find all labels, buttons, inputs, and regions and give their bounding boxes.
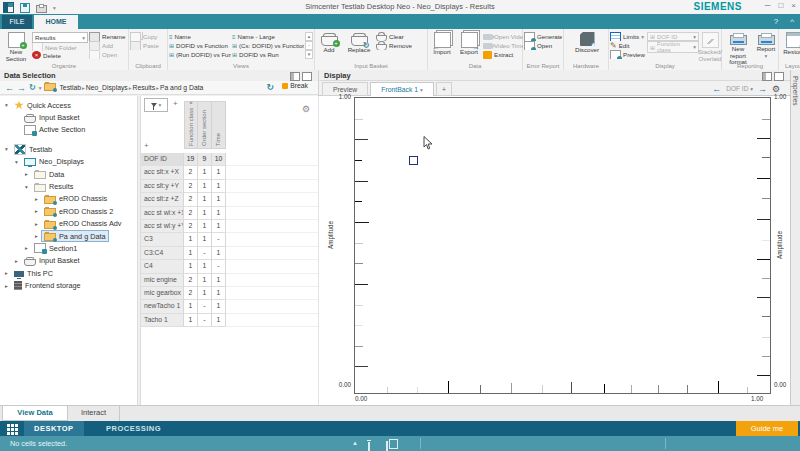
tree-item-erod-chassis-adv[interactable]: ▸eROD Chassis Adv bbox=[0, 218, 137, 230]
export-button[interactable]: Export bbox=[456, 30, 482, 61]
qat-dropdown-icon[interactable]: ▾ bbox=[53, 5, 56, 11]
open-video-button[interactable]: Open Video bbox=[483, 32, 523, 41]
value-cell-0[interactable]: 1 bbox=[184, 233, 198, 246]
maximize-button[interactable]: □ bbox=[778, 1, 783, 10]
tab-home[interactable]: HOME bbox=[34, 15, 78, 29]
input-basket-replace-button[interactable]: Replace bbox=[343, 30, 375, 61]
restore-button[interactable]: Restore bbox=[780, 30, 800, 61]
chevron-right-icon[interactable]: ▸ bbox=[2, 270, 11, 276]
value-cell-0[interactable]: 1 bbox=[184, 314, 198, 327]
tab-view-data[interactable]: View Data bbox=[2, 406, 68, 421]
value-cell-1[interactable]: 1 bbox=[198, 233, 212, 246]
input-basket-add-button[interactable]: Add bbox=[316, 30, 342, 61]
value-cell-0[interactable]: 2 bbox=[184, 180, 198, 193]
add-display-tab-button[interactable]: + bbox=[436, 82, 452, 96]
collapse-ribbon-icon[interactable]: ^ bbox=[790, 17, 794, 26]
column-header-function-class[interactable]: Function class × bbox=[184, 101, 198, 149]
column-header-order-section[interactable]: Order section bbox=[198, 101, 212, 149]
value-cell-2[interactable]: 1 bbox=[212, 300, 226, 313]
view-item-name-large[interactable]: ≡Name - Large bbox=[232, 32, 304, 41]
close-button[interactable]: × bbox=[791, 1, 796, 10]
breadcrumb-item-neo-displays[interactable]: Neo_Displays bbox=[86, 84, 128, 91]
table-row-c3-c4[interactable]: C3:C41-1 bbox=[141, 247, 318, 260]
new-report-format-button[interactable]: New report format bbox=[723, 30, 753, 61]
breadcrumb-item-pa-and-g-data[interactable]: Pa and g Data bbox=[160, 84, 203, 91]
video-time-button[interactable]: Video Time... bbox=[483, 41, 523, 50]
value-cell-2[interactable]: 1 bbox=[212, 180, 226, 193]
generate-error-report-button[interactable]: Generate bbox=[524, 32, 562, 41]
chevron-right-icon[interactable]: ▸ bbox=[32, 233, 41, 239]
input-basket-remove-button[interactable]: Remove bbox=[376, 41, 420, 50]
view-item-dofid-vs-run[interactable]: ⊞DOFID vs Run bbox=[232, 50, 304, 59]
tree-item-quick-access[interactable]: ▾Quick Access bbox=[0, 99, 137, 111]
value-cell-2[interactable]: - bbox=[212, 233, 226, 246]
stacked-overlaid-button[interactable]: Stacked/ Overlaid bbox=[698, 30, 722, 61]
value-cell-1[interactable]: 1 bbox=[198, 207, 212, 220]
break-button[interactable]: Break bbox=[282, 82, 308, 89]
chevron-right-icon[interactable]: ▸ bbox=[32, 208, 41, 214]
copy-pages-icon[interactable] bbox=[386, 441, 388, 451]
value-cell-0[interactable]: 2 bbox=[184, 207, 198, 220]
value-cell-1[interactable]: 1 bbox=[198, 180, 212, 193]
value-cell-2[interactable]: 1 bbox=[212, 274, 226, 287]
tree-item-results[interactable]: ▾Results bbox=[0, 180, 137, 192]
value-cell-0[interactable]: 2 bbox=[184, 166, 198, 179]
workspace-grid-icon[interactable] bbox=[7, 424, 10, 427]
nav-recent-icon[interactable]: ↻ bbox=[29, 83, 36, 93]
nav-back-icon[interactable]: ← bbox=[5, 83, 14, 93]
chevron-right-icon[interactable]: ▸ bbox=[22, 171, 31, 177]
row-header-dof-id[interactable]: DOF ID bbox=[141, 153, 184, 166]
value-cell-2[interactable]: 1 bbox=[212, 220, 226, 233]
nav-forward-icon[interactable]: → bbox=[17, 83, 26, 93]
value-cell-2[interactable]: 1 bbox=[212, 207, 226, 220]
tree-item-erod-chassis-2[interactable]: ▸eROD Chassis 2 bbox=[0, 205, 137, 217]
tree-item-pa-and-g-data[interactable]: ▸Pa and g Data bbox=[0, 230, 137, 242]
minimize-button[interactable]: ─ bbox=[765, 1, 771, 10]
table-row-acc-st-wl-x-x[interactable]: acc st wl:x +X211 bbox=[141, 207, 318, 220]
preview-button[interactable]: Preview▾ bbox=[610, 50, 646, 59]
table-row-acc-slt-x-x[interactable]: acc slt:x +X211 bbox=[141, 166, 318, 179]
tree-item-testlab[interactable]: ▾Testlab bbox=[0, 143, 137, 155]
copy-button[interactable]: Copy bbox=[130, 32, 166, 41]
chevron-down-icon[interactable]: ▾ bbox=[2, 146, 11, 152]
value-cell-1[interactable]: - bbox=[198, 300, 212, 313]
views-scroll-down-icon[interactable]: ▾ bbox=[305, 50, 313, 59]
display-maximize-panel-icon[interactable] bbox=[774, 72, 784, 81]
value-cell-0[interactable]: 1 bbox=[184, 247, 198, 260]
report-button[interactable]: Report ▾ bbox=[754, 30, 778, 61]
table-row-acc-slt-y-y[interactable]: acc slt:y +Y211 bbox=[141, 180, 318, 193]
views-scroll-up-icon[interactable]: ▴ bbox=[305, 32, 313, 41]
dof-id-nav-field[interactable]: DOF ID ▾ bbox=[726, 85, 753, 92]
column-header-time[interactable]: Time bbox=[212, 101, 226, 149]
table-row-c4[interactable]: C411- bbox=[141, 260, 318, 273]
table-row-tacho-1[interactable]: Tacho 11-1 bbox=[141, 314, 318, 327]
table-row-newtacho-1[interactable]: newTacho 11-1 bbox=[141, 300, 318, 313]
tree-item-erod-chassis[interactable]: ▸eROD Chassis bbox=[0, 193, 137, 205]
tree-item-frontend-storage[interactable]: ▸Frontend storage bbox=[0, 279, 137, 291]
open-button[interactable]: Open bbox=[89, 50, 127, 59]
chevron-down-icon[interactable]: ▾ bbox=[12, 159, 21, 165]
extract-button[interactable]: Extract bbox=[483, 50, 523, 59]
new-section-button[interactable]: New Section bbox=[1, 30, 31, 61]
table-filter-chip[interactable]: ▾ bbox=[144, 98, 168, 112]
value-cell-1[interactable]: 1 bbox=[198, 220, 212, 233]
nav-recent-dropdown-icon[interactable]: ▾ bbox=[39, 85, 42, 91]
chevron-down-icon[interactable]: ▾ bbox=[2, 102, 11, 108]
views-scroll-mid-icon[interactable]: - bbox=[305, 41, 313, 50]
view-item-dofid-vs-function[interactable]: ⊞DOFID vs Function bbox=[169, 41, 231, 50]
value-cell-2[interactable]: 1 bbox=[212, 247, 226, 260]
add-row-button[interactable]: + bbox=[144, 141, 149, 150]
table-settings-gear-icon[interactable]: ⚙ bbox=[302, 104, 310, 114]
prev-dof-icon[interactable]: ← bbox=[712, 84, 721, 94]
value-cell-2[interactable]: - bbox=[212, 260, 226, 273]
edit-button[interactable]: ✎ Edit bbox=[610, 41, 646, 50]
file-menu-button[interactable]: FILE bbox=[2, 15, 32, 29]
value-cell-0[interactable]: 2 bbox=[184, 193, 198, 206]
chevron-right-icon[interactable]: ▸ bbox=[32, 221, 41, 227]
chevron-right-icon[interactable]: ▸ bbox=[22, 245, 31, 251]
value-cell-2[interactable]: 1 bbox=[212, 193, 226, 206]
discover-button[interactable]: Discover bbox=[567, 30, 607, 61]
trash-icon[interactable] bbox=[368, 442, 370, 451]
properties-panel-tab[interactable]: Properties bbox=[790, 70, 800, 405]
table-row-acc-slt-z-z[interactable]: acc slt:z +Z211 bbox=[141, 193, 318, 206]
